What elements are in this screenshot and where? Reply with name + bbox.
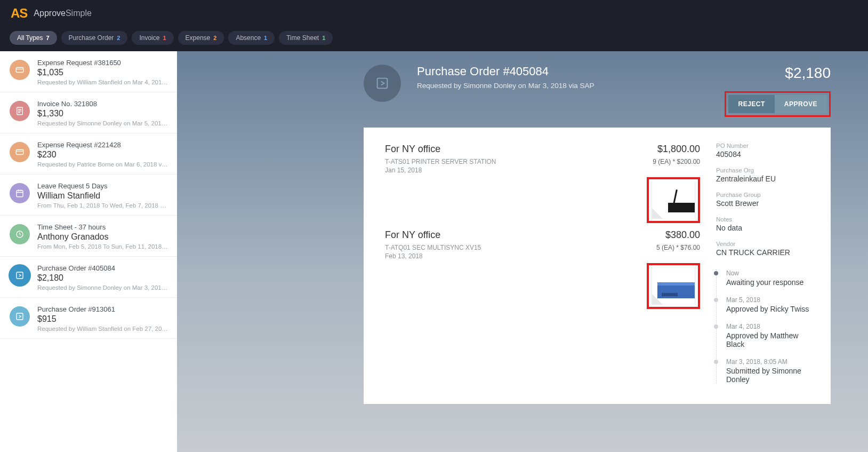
list-item-text: Purchase Order #405084 $2,180 Requested … (37, 264, 168, 291)
approve-button[interactable]: APPROVE (775, 95, 827, 113)
chip-count: 1 (264, 35, 267, 41)
meta-value: CN TRUCK CARRIER (716, 248, 818, 257)
chip-label: Time Sheet (286, 34, 319, 42)
list-item[interactable]: Purchase Order #405084 $2,180 Requested … (0, 257, 177, 298)
svg-rect-6 (17, 313, 23, 320)
detail-amount: $2,180 (725, 65, 831, 82)
list-item-sub: Requested by William Stanfield on Mar 4,… (37, 79, 168, 85)
line-desc: T-ATQ01 SEC MULTISYNC XV15 (385, 244, 481, 251)
meta-value: No data (716, 224, 818, 232)
timeline: NowAwaiting your responseMar 5, 2018Appr… (716, 269, 818, 384)
detail-sidebar: PO Number405084Purchase OrgZentraleinkau… (711, 128, 831, 404)
filter-chip-expense[interactable]: Expense2 (178, 31, 224, 45)
list-item[interactable]: Time Sheet - 37 hours Anthony Granados F… (0, 216, 177, 257)
meta-field: VendorCN TRUCK CARRIER (716, 241, 818, 257)
line-amount: $380.00 (665, 229, 700, 241)
timeline-date: Now (726, 269, 818, 277)
line-date: Feb 13, 2018 (385, 252, 481, 260)
filter-chip-purchase-order[interactable]: Purchase Order2 (61, 31, 128, 45)
timeline-item: Mar 4, 2018Approved by Matthew Black (726, 323, 818, 348)
list-item-text: Leave Request 5 Days William Stanfield F… (37, 182, 168, 209)
list-item[interactable]: Leave Request 5 Days William Stanfield F… (0, 175, 177, 216)
timeline-date: Mar 4, 2018 (726, 323, 818, 330)
detail-panel: Purchase Order #405084 Requested by Simo… (177, 51, 868, 452)
line-thumbnail-highlight (647, 263, 700, 309)
brand-name: ApproveSimple (34, 9, 92, 18)
reject-button[interactable]: REJECT (728, 95, 774, 113)
action-buttons-highlight: REJECT APPROVE (725, 91, 831, 117)
timeline-item: NowAwaiting your response (726, 269, 818, 287)
brand-name-a: Approve (34, 9, 66, 18)
list-item-title: Purchase Order #405084 (37, 264, 168, 272)
chip-label: Expense (186, 34, 211, 42)
filter-chip-all-types[interactable]: All Types7 (10, 31, 57, 45)
list-item-sub: From Mon, Feb 5, 2018 To Sun, Feb 11, 20… (37, 243, 168, 250)
product-image[interactable] (651, 267, 696, 305)
timeline-item: Mar 3, 2018, 8:05 AMSubmitted by Simonne… (726, 358, 818, 384)
inbox-icon (10, 306, 30, 327)
filter-chip-time-sheet[interactable]: Time Sheet1 (279, 31, 333, 45)
list-item-sub: Requested by Patrice Borne on Mar 6, 201… (37, 161, 168, 168)
chip-count: 1 (322, 35, 325, 41)
meta-label: PO Number (716, 142, 818, 149)
detail-header: Purchase Order #405084 Requested by Simo… (364, 65, 831, 117)
list-item-sub: Requested by Simonne Donley on Mar 3, 20… (37, 284, 168, 291)
list-item-amount: William Stanfield (37, 191, 168, 201)
timeline-item: Mar 5, 2018Approved by Ricky Twiss (726, 296, 818, 313)
list-item-text: Purchase Order #913061 $915 Requested by… (37, 305, 168, 332)
request-list: Expense Request #381650 $1,035 Requested… (0, 51, 177, 452)
list-item[interactable]: Expense Request #221428 $230 Requested b… (0, 133, 177, 175)
doc-icon (10, 101, 30, 121)
meta-field: Purchase GroupScott Brewer (716, 192, 818, 208)
meta-field: NotesNo data (716, 216, 818, 232)
line-calc: 9 (EA) * $200.00 (653, 158, 700, 174)
line-items: For NY office $1,800.00 T-ATS01 PRINTER … (364, 128, 711, 404)
list-item-sub: From Thu, Feb 1, 2018 To Wed, Feb 7, 201… (37, 202, 168, 209)
svg-rect-8 (652, 181, 695, 219)
list-item[interactable]: Invoice No. 321808 $1,330 Requested by S… (0, 92, 177, 133)
timeline-text: Awaiting your response (726, 278, 818, 287)
svg-rect-9 (668, 203, 695, 212)
list-item-text: Expense Request #381650 $1,035 Requested… (37, 59, 168, 85)
filter-chip-invoice[interactable]: Invoice1 (132, 31, 173, 45)
chip-label: Absence (236, 34, 261, 42)
meta-field: PO Number405084 (716, 142, 818, 158)
list-item-sub: Requested by Simonne Donley on Mar 5, 20… (37, 120, 168, 126)
list-item[interactable]: Purchase Order #913061 $915 Requested by… (0, 298, 177, 339)
line-title: For NY office (385, 229, 440, 241)
svg-rect-14 (657, 282, 695, 286)
line-title: For NY office (385, 144, 440, 155)
brand-name-b: Simple (66, 9, 92, 18)
meta-value: Zentraleinkauf EU (716, 175, 818, 183)
list-item-title: Expense Request #221428 (37, 141, 168, 149)
timeline-text: Submitted by Simonne Donley (726, 367, 818, 384)
meta-label: Purchase Group (716, 192, 818, 198)
list-item[interactable]: Expense Request #381650 $1,035 Requested… (0, 51, 177, 92)
list-item-title: Purchase Order #913061 (37, 305, 168, 313)
meta-field: Purchase OrgZentraleinkauf EU (716, 167, 818, 183)
svg-rect-7 (377, 78, 388, 89)
list-item-title: Invoice No. 321808 (37, 100, 168, 108)
list-item-sub: Requested by William Stanfield on Feb 27… (37, 326, 168, 332)
clock-icon (10, 224, 30, 244)
product-image[interactable] (651, 181, 696, 219)
line-calc: 5 (EA) * $76.00 (656, 244, 700, 260)
chip-count: 1 (163, 35, 166, 41)
list-item-amount: $915 (37, 314, 168, 324)
line-desc: T-ATS01 PRINTER SERVER STATION (385, 158, 496, 165)
list-item-amount: $2,180 (37, 273, 168, 283)
line-amount: $1,800.00 (657, 144, 700, 155)
detail-subtitle: Requested by Simonne Donley on Mar 3, 20… (417, 82, 709, 90)
filter-chip-absence[interactable]: Absence1 (228, 31, 275, 45)
list-item-title: Leave Request 5 Days (37, 182, 168, 190)
chip-count: 2 (213, 35, 216, 41)
list-item-amount: $1,330 (37, 109, 168, 118)
svg-rect-3 (17, 191, 23, 197)
chip-count: 2 (117, 35, 120, 41)
timeline-date: Mar 5, 2018 (726, 296, 818, 304)
line-date: Jan 15, 2018 (385, 166, 496, 174)
list-item-text: Time Sheet - 37 hours Anthony Granados F… (37, 223, 168, 250)
list-item-amount: $230 (37, 150, 168, 160)
meta-value: 405084 (716, 150, 818, 158)
chip-label: Purchase Order (69, 34, 114, 42)
